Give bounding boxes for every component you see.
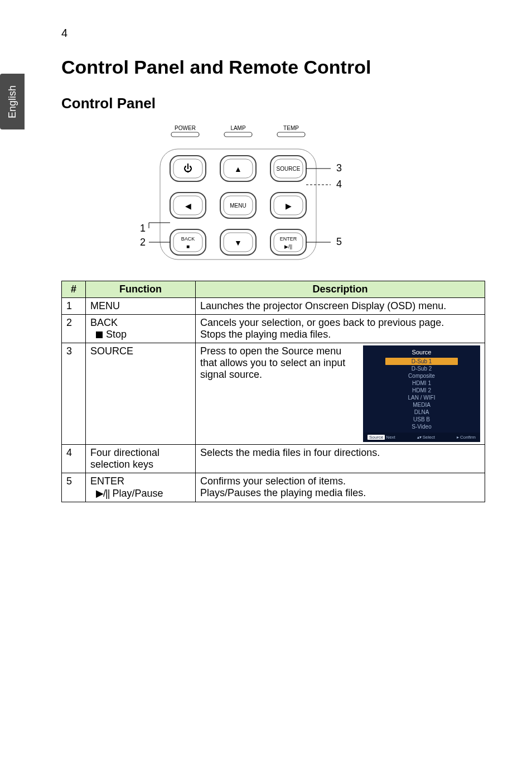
- right-icon: ▶: [286, 201, 292, 210]
- source-menu-item: HDMI 1: [363, 379, 480, 387]
- func-main: BACK: [90, 317, 118, 328]
- page-title: Control Panel and Remote Control: [61, 56, 476, 78]
- right-arrow-icon: ▸: [457, 435, 459, 440]
- header-function: Function: [86, 281, 196, 298]
- source-menu-item: D-Sub 1: [385, 358, 458, 365]
- source-menu-item: LAN / WIFI: [363, 394, 480, 401]
- source-menu-item: D-Sub 2: [363, 365, 480, 372]
- row-num: 4: [62, 445, 86, 473]
- playpause-icon: ▶/||: [284, 244, 292, 249]
- left-button: ◀: [170, 193, 206, 218]
- footer-left: SourceNext: [367, 435, 395, 440]
- row-func: SOURCE: [86, 343, 196, 445]
- source-button-label: SOURCE: [277, 166, 301, 172]
- source-button: SOURCE: [270, 156, 306, 181]
- row-desc: Launches the projector Onscreen Display …: [196, 298, 485, 315]
- language-tab: English: [0, 74, 25, 129]
- desc-line: Confirms your selection of items.: [200, 475, 346, 487]
- stop-icon: ■: [186, 243, 190, 249]
- back-button: BACK ■: [170, 229, 206, 255]
- source-menu-item: S-Video: [363, 423, 480, 430]
- stop-icon: [96, 331, 103, 338]
- back-button-label: BACK: [181, 236, 195, 242]
- power-icon: ⏻: [183, 164, 192, 173]
- lamp-indicator-label: LAMP: [230, 125, 246, 131]
- row-desc: Selects the media files in four directio…: [196, 445, 485, 473]
- document-page: English 4 Control Panel and Remote Contr…: [0, 0, 532, 764]
- footer-mid: ▴▾ Select: [417, 435, 435, 440]
- temp-indicator-icon: [277, 132, 305, 137]
- enter-button: ENTER ▶/||: [270, 229, 306, 255]
- keystone-up-button: ▲: [220, 156, 256, 181]
- row-num: 1: [62, 298, 86, 315]
- source-menu-item: Composite: [363, 372, 480, 379]
- menu-button: MENU: [220, 193, 256, 218]
- callout-3: 3: [336, 162, 342, 174]
- table-row: 3 SOURCE Press to open the Source menu t…: [62, 343, 485, 445]
- row-desc: Press to open the Source menu that allow…: [196, 343, 485, 445]
- table-header-row: # Function Description: [62, 281, 485, 298]
- callout-4: 4: [336, 179, 342, 190]
- power-indicator-icon: [171, 132, 199, 137]
- row-num: 3: [62, 343, 86, 445]
- func-sub: Stop: [106, 329, 127, 340]
- footer-mid-text: Select: [423, 435, 435, 440]
- lamp-indicator-icon: [224, 132, 252, 137]
- menu-button-label: MENU: [230, 203, 246, 209]
- right-button: ▶: [270, 193, 306, 218]
- leader-1: [149, 223, 170, 228]
- down-button: ▼: [220, 229, 256, 255]
- row-desc: Confirms your selection of items. Plays/…: [196, 473, 485, 502]
- header-description: Description: [196, 281, 485, 298]
- section-heading: Control Panel: [61, 95, 476, 112]
- source-menu-preview: Source D-Sub 1 D-Sub 2 Composite HDMI 1 …: [363, 345, 480, 442]
- spec-table: # Function Description 1 MENU Launches t…: [61, 281, 485, 502]
- table-row: 4 Four directional selection keys Select…: [62, 445, 485, 473]
- power-indicator-label: POWER: [175, 125, 196, 131]
- row-desc: Cancels your selection, or goes back to …: [196, 315, 485, 343]
- power-button: ⏻: [170, 156, 206, 181]
- left-icon: ◀: [185, 201, 191, 210]
- source-menu-title: Source: [363, 349, 480, 358]
- footer-right: ▸ Confirm: [457, 435, 476, 440]
- playpause-icon: ▶/||: [96, 488, 109, 499]
- source-menu-footer: SourceNext ▴▾ Select ▸ Confirm: [363, 433, 480, 442]
- down-icon: ▼: [234, 238, 242, 247]
- temp-indicator-label: TEMP: [283, 125, 299, 131]
- svg-rect-12: [170, 229, 206, 255]
- row-func: ENTER ▶/|| Play/Pause: [86, 473, 196, 502]
- source-menu-item: USB B: [363, 416, 480, 423]
- row-func: MENU: [86, 298, 196, 315]
- desc-line: Stops the playing media files.: [200, 329, 331, 340]
- source-menu-item: HDMI 2: [363, 387, 480, 394]
- row-func: Four directional selection keys: [86, 445, 196, 473]
- callout-5: 5: [336, 236, 342, 247]
- row-func: BACK Stop: [86, 315, 196, 343]
- svg-rect-16: [270, 229, 306, 255]
- desc-text: Press to open the Source menu that allow…: [200, 345, 354, 381]
- desc-line: Cancels your selection, or goes back to …: [200, 317, 444, 328]
- func-main: ENTER: [90, 475, 124, 487]
- callout-1: 1: [140, 223, 146, 234]
- footer-right-text: Confirm: [460, 435, 476, 440]
- control-panel-figure: POWER LAMP TEMP ⏻ ▲ SOURCE: [33, 122, 476, 267]
- header-num: #: [62, 281, 86, 298]
- control-panel-svg: POWER LAMP TEMP ⏻ ▲ SOURCE: [127, 122, 383, 267]
- source-menu-item: DLNA: [363, 409, 480, 416]
- table-row: 5 ENTER ▶/|| Play/Pause Confirms your se…: [62, 473, 485, 502]
- table-row: 1 MENU Launches the projector Onscreen D…: [62, 298, 485, 315]
- desc-line: Plays/Pauses the playing media files.: [200, 487, 366, 498]
- updown-icon: ▴▾: [417, 435, 422, 440]
- table-row: 2 BACK Stop Cancels your selection, or g…: [62, 315, 485, 343]
- func-sub: Play/Pause: [112, 488, 163, 499]
- row-num: 2: [62, 315, 86, 343]
- footer-chip: Source: [367, 435, 385, 440]
- footer-left-text: Next: [386, 435, 395, 440]
- source-menu-item: MEDIA: [363, 401, 480, 409]
- enter-button-label: ENTER: [280, 236, 297, 242]
- up-icon: ▲: [234, 165, 242, 174]
- language-label: English: [7, 85, 18, 118]
- page-number: 4: [61, 27, 476, 40]
- row-num: 5: [62, 473, 86, 502]
- callout-2: 2: [140, 237, 146, 248]
